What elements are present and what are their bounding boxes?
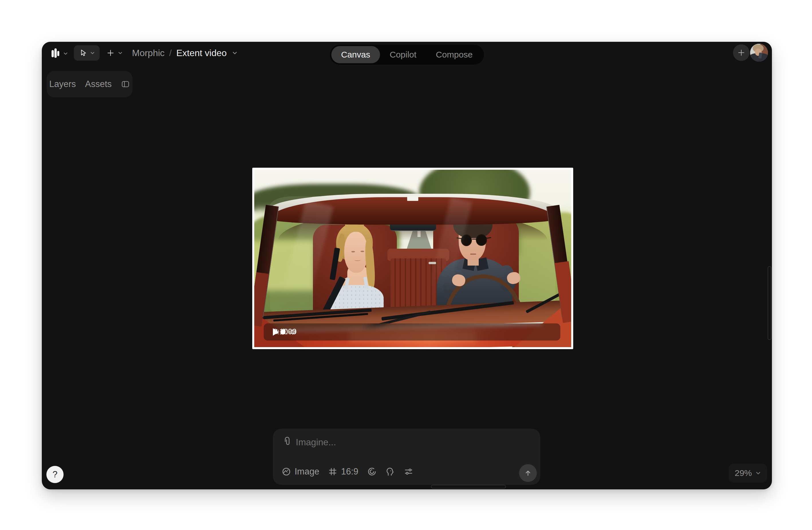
video-controls-bar: 0:00 0:10 xyxy=(264,323,560,341)
chevron-down-icon[interactable] xyxy=(232,50,238,56)
avatar[interactable] xyxy=(750,44,768,61)
frame-icon xyxy=(328,467,337,476)
scene-woman-eye xyxy=(361,251,364,252)
sidebar-item-assets[interactable]: Assets xyxy=(85,79,112,89)
sidebar-item-layers[interactable]: Layers xyxy=(49,79,76,89)
tab-copilot[interactable]: Copilot xyxy=(380,46,426,63)
help-button[interactable]: ? xyxy=(46,466,63,483)
canvas-video-item[interactable]: 0:00 0:10 xyxy=(252,168,573,349)
zoom-level-label: 29% xyxy=(735,468,752,478)
sidebar-toggle-icon[interactable] xyxy=(121,79,130,89)
video-still-scene: 0:00 0:10 xyxy=(254,170,571,347)
chevron-down-icon xyxy=(755,470,761,476)
prompt-options-row: Image 16:9 xyxy=(281,464,414,479)
zoom-level-control[interactable]: 29% xyxy=(729,463,767,483)
plus-icon xyxy=(737,48,745,57)
sliders-icon[interactable] xyxy=(404,467,414,476)
duration-label: 0:10 xyxy=(273,327,288,336)
prompt-input[interactable] xyxy=(295,436,455,449)
breadcrumb-page[interactable]: Extent video xyxy=(176,48,227,58)
cursor-icon xyxy=(78,49,87,57)
app-logo-menu[interactable] xyxy=(52,46,68,61)
scene-man-mouth xyxy=(470,253,476,255)
mode-chip-label: Image xyxy=(295,467,319,477)
tab-canvas[interactable]: Canvas xyxy=(331,46,380,63)
prompt-bar: Image 16:9 xyxy=(273,429,540,485)
select-tool-button[interactable] xyxy=(74,45,100,61)
chevron-down-icon xyxy=(90,50,95,56)
send-button[interactable] xyxy=(519,464,537,482)
waveform-logo-icon xyxy=(52,48,60,59)
scene-woman-smile xyxy=(354,259,361,261)
scene-sunglasses-bridge xyxy=(472,239,476,240)
aspect-ratio-label: 16:9 xyxy=(341,467,358,477)
image-icon xyxy=(281,467,291,476)
insert-menu[interactable] xyxy=(106,45,123,61)
view-tabbar: Canvas Copilot Compose xyxy=(330,45,484,65)
breadcrumb-project[interactable]: Morphic xyxy=(132,48,165,58)
swirl-icon[interactable] xyxy=(367,467,377,476)
scene-woman-eye xyxy=(351,251,355,252)
app-window: Morphic / Extent video Canvas Copilot Co… xyxy=(42,42,772,489)
layers-assets-dock: Layers Assets xyxy=(47,71,133,97)
question-icon: ? xyxy=(53,469,57,480)
head-profile-icon[interactable] xyxy=(386,467,395,476)
chevron-down-icon xyxy=(118,50,123,56)
arrow-up-icon xyxy=(523,469,533,477)
paperclip-icon[interactable] xyxy=(282,436,292,447)
scene-sunglasses-lens xyxy=(476,234,487,246)
scene-mirror-mount xyxy=(407,196,419,201)
breadcrumb: Morphic / Extent video xyxy=(132,45,238,61)
breadcrumb-separator: / xyxy=(169,48,172,58)
aspect-ratio-chip[interactable]: 16:9 xyxy=(328,467,358,477)
vertical-scrollbar[interactable] xyxy=(768,266,771,340)
new-project-button[interactable] xyxy=(733,44,750,61)
horizontal-scrollbar[interactable] xyxy=(431,485,506,488)
tab-compose[interactable]: Compose xyxy=(426,46,482,63)
mode-chip[interactable]: Image xyxy=(281,467,319,477)
chevron-down-icon xyxy=(63,51,68,56)
scene-woman-face xyxy=(344,232,368,273)
page: Morphic / Extent video Canvas Copilot Co… xyxy=(0,0,812,530)
plus-icon xyxy=(106,49,115,57)
